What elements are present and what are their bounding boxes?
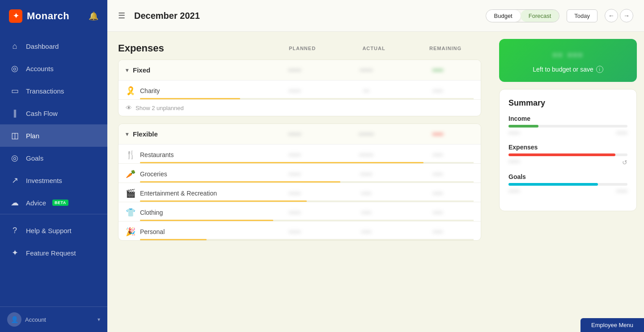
notification-bell-icon[interactable]: 🔔 [89,11,98,21]
flexible-remaining-value: ••••• [402,131,474,138]
sidebar-item-dashboard[interactable]: ⌂ Dashboard [0,35,107,57]
groceries-row: 🥕 Groceries •••••• •••••• ••••• [119,164,481,183]
today-button[interactable]: Today [567,9,597,22]
groceries-actual: •••••• [330,171,402,178]
info-icon[interactable]: i [596,66,603,73]
charity-actual: ••• [330,88,402,94]
sidebar-bottom: ? Help & Support ✦ Feature Request [0,214,107,268]
user-menu-button[interactable]: 👤 Account ▾ [0,306,107,332]
entertainment-progress-track [140,200,474,202]
sidebar-item-transactions[interactable]: ▭ Transactions [0,80,107,102]
sidebar-item-investments[interactable]: ↗ Investments [0,169,107,192]
entertainment-row: 🎬 Entertainment & Recreation •••••• ••••… [119,183,481,202]
entertainment-planned: •••••• [259,190,330,197]
fixed-group-name: ▾ Fixed [126,66,259,74]
charity-planned: •••••• [259,88,330,94]
topbar: ☰ December 2021 Budget Forecast Today ← … [107,0,644,32]
clothing-remaining: ••••• [402,209,474,216]
menu-toggle-icon[interactable]: ☰ [118,11,125,21]
goals-bar-track [508,183,627,186]
show-unplanned-button[interactable]: 👁 Show 2 unplanned [119,100,481,116]
summary-expenses-item: Expenses •••••• ↺ [508,144,627,166]
investments-icon: ↗ [10,175,20,185]
flexible-planned-value: •••••• [259,131,330,138]
accounts-icon: ◎ [10,64,20,73]
main-content: ☰ December 2021 Budget Forecast Today ← … [107,0,644,332]
sidebar-item-label: Goals [26,154,43,162]
expenses-bar-fill [508,153,615,156]
employee-menu-button[interactable]: Employee Menu [580,318,644,332]
sidebar-item-accounts[interactable]: ◎ Accounts [0,57,107,80]
sidebar-item-label: Feature Request [26,249,76,257]
personal-progress-fill [140,239,207,240]
income-value-right: •••••• [616,130,627,136]
entertainment-remaining: ••••• [402,190,474,197]
expenses-title: Expenses [118,43,267,54]
sidebar-item-feature-request[interactable]: ✦ Feature Request [0,242,107,264]
restaurants-remaining: ••••• [402,152,474,158]
advice-icon: ☁ [10,198,20,208]
sidebar-item-label: Accounts [26,65,54,72]
restaurants-planned: •••••• [259,152,330,158]
restaurants-row: 🍴 Restaurants •••••• ••••••• ••••• [119,145,481,164]
sidebar-item-label: Dashboard [26,43,59,50]
sidebar-item-cashflow[interactable]: ∥ Cash Flow [0,102,107,124]
transactions-icon: ▭ [10,86,20,96]
restaurants-progress-track [140,162,474,163]
charity-remaining: ••••• [402,88,474,94]
expenses-summary-label: Expenses [508,144,627,151]
entertainment-icon: 🎬 [126,188,136,198]
charity-icon: 🎗️ [126,86,136,96]
content-area: Expenses PLANNED ACTUAL REMAINING ▾ Fixe… [107,32,644,332]
income-values: •••••• •••••• [508,130,627,136]
flexible-group-name: ▾ Flexible [126,130,259,138]
summary-income-item: Income •••••• •••••• [508,115,627,136]
personal-remaining: ••••• [402,229,474,235]
flexible-group-header[interactable]: ▾ Flexible •••••• ••••••• ••••• [119,124,481,145]
sidebar-item-help[interactable]: ? Help & Support [0,220,107,242]
charity-progress-track [140,98,474,99]
help-icon: ? [10,226,20,235]
summary-title: Summary [508,98,627,108]
fixed-planned-value: •••••• [259,67,330,74]
personal-actual: ••••• [330,229,402,235]
groceries-category-name: 🥕 Groceries [126,169,259,179]
groceries-planned: •••••• [259,171,330,178]
sidebar-item-advice[interactable]: ☁ Advice BETA [0,192,107,214]
prev-period-button[interactable]: ← [605,9,618,22]
restaurants-actual: ••••••• [330,152,402,158]
clothing-planned: •••••• [259,209,330,216]
summary-goals-item: Goals •••••• •••••• [508,173,627,195]
sidebar-item-label: Help & Support [26,227,72,234]
budget-forecast-toggle: Budget Forecast [486,9,560,22]
cashflow-icon: ∥ [10,108,20,118]
sidebar-item-plan[interactable]: ◫ Plan [0,124,107,147]
sidebar: ✦ Monarch 🔔 ⌂ Dashboard ◎ Accounts ▭ Tra… [0,0,107,332]
restaurants-category-name: 🍴 Restaurants [126,150,259,160]
plan-icon: ◫ [10,131,20,140]
eye-icon: 👁 [126,104,132,111]
fixed-group-header[interactable]: ▾ Fixed •••••• •••••• ••••• [119,60,481,81]
planned-column-header: PLANNED [267,46,338,51]
clothing-row: 👕 Clothing •••••• ••••• ••••• [119,202,481,221]
expenses-value-left: •••••• [508,159,520,166]
refresh-icon[interactable]: ↺ [622,159,627,166]
forecast-toggle-button[interactable]: Forecast [521,10,559,22]
next-period-button[interactable]: → [620,9,633,22]
goals-bar-fill [508,183,598,186]
goals-summary-label: Goals [508,173,627,180]
budget-toggle-button[interactable]: Budget [486,10,521,22]
feature-icon: ✦ [10,248,20,258]
sidebar-item-label: Advice [26,199,46,207]
sidebar-item-label: Transactions [26,87,64,95]
fixed-group: ▾ Fixed •••••• •••••• ••••• 🎗️ Charity •… [118,60,481,116]
budget-amount: •• ••• [508,48,628,62]
app-name: Monarch [27,10,69,22]
goals-value-left: •••••• [508,188,520,195]
sidebar-item-goals[interactable]: ◎ Goals [0,147,107,169]
home-icon: ⌂ [10,42,20,51]
remaining-column-header: REMAINING [410,46,481,51]
budget-card: •• ••• Left to budget or save i [499,39,637,82]
groceries-icon: 🥕 [126,169,136,179]
charity-category-name: 🎗️ Charity [126,86,259,96]
